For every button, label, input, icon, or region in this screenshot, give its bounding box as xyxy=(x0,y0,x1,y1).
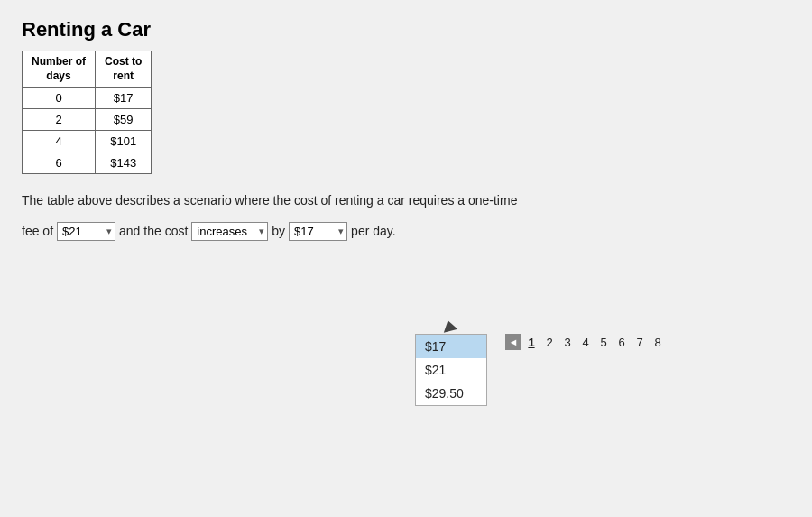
pagination-area: ◄ 1 2 3 4 5 6 7 8 xyxy=(505,334,666,350)
change-select-wrapper: increases decreases xyxy=(191,222,268,241)
table-row: 6$143 xyxy=(23,152,152,174)
table-row: 2$59 xyxy=(23,109,152,131)
amount-select[interactable]: $17 $21 $29.50 xyxy=(289,222,347,241)
dropdown-overlay: $17 $21 $29.50 xyxy=(415,334,487,406)
cursor-pointer xyxy=(441,319,458,333)
page-2[interactable]: 2 xyxy=(541,334,558,350)
table-row-cost: $17 xyxy=(96,88,152,109)
table-row-cost: $101 xyxy=(96,131,152,152)
page-8[interactable]: 8 xyxy=(650,334,666,350)
page-arrow-left[interactable]: ◄ xyxy=(505,334,521,350)
by-label: by xyxy=(272,224,285,238)
amount-select-wrapper: $17 $21 $29.50 xyxy=(289,222,347,241)
data-table: Number ofdays Cost torent 0$172$594$1016… xyxy=(22,51,152,174)
table-row-cost: $59 xyxy=(96,109,152,131)
page-3[interactable]: 3 xyxy=(559,334,576,350)
description-text: The table above describes a scenario whe… xyxy=(22,190,790,210)
fill-in-row: fee of $17 $21 $29.50 and the cost incre… xyxy=(22,222,790,241)
fee-label: fee of xyxy=(22,224,53,238)
page-7[interactable]: 7 xyxy=(632,334,648,350)
suffix-label: per day. xyxy=(351,224,396,238)
col-header-days: Number ofdays xyxy=(23,51,96,88)
col-header-cost: Cost torent xyxy=(96,51,152,88)
table-row-days: 4 xyxy=(23,131,96,152)
table-row-days: 6 xyxy=(23,152,96,174)
fee-select[interactable]: $17 $21 $29.50 xyxy=(57,222,115,241)
dropdown-item-0[interactable]: $17 xyxy=(416,335,486,358)
change-select[interactable]: increases decreases xyxy=(191,222,268,241)
content-area: Renting a Car Number ofdays Cost torent … xyxy=(0,0,812,517)
dropdown-item-1[interactable]: $21 xyxy=(416,358,486,382)
page-6[interactable]: 6 xyxy=(614,334,630,350)
table-row: 0$17 xyxy=(23,88,152,109)
dropdown-item-2[interactable]: $29.50 xyxy=(416,382,486,405)
page-title: Renting a Car xyxy=(22,18,790,42)
page-4[interactable]: 4 xyxy=(577,334,594,350)
table-row: 4$101 xyxy=(23,131,152,152)
connector-label: and the cost xyxy=(119,224,188,238)
fee-select-wrapper: $17 $21 $29.50 xyxy=(57,222,115,241)
table-row-days: 2 xyxy=(23,109,96,131)
page-1[interactable]: 1 xyxy=(523,334,540,350)
page-5[interactable]: 5 xyxy=(595,334,612,350)
table-row-cost: $143 xyxy=(96,152,152,174)
table-row-days: 0 xyxy=(23,88,96,109)
